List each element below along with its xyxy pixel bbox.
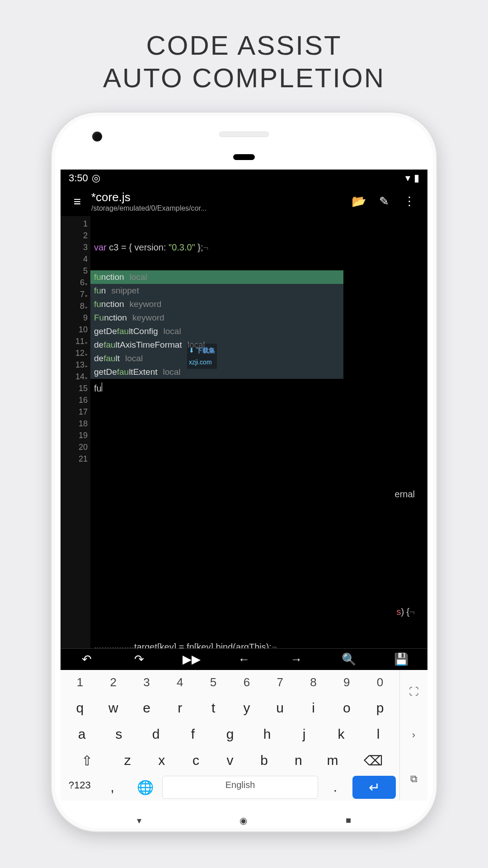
- menu-icon[interactable]: ≡: [66, 194, 89, 209]
- key-m[interactable]: m: [316, 749, 349, 772]
- dnd-icon: ◎: [92, 172, 100, 184]
- key-4[interactable]: 4: [164, 672, 196, 693]
- forward-icon[interactable]: →: [270, 652, 323, 666]
- edit-icon[interactable]: ✎: [371, 194, 397, 208]
- watermark: ⬇ 下载集xzji.com: [187, 344, 217, 369]
- status-bar: 3:50 ◎ ▾ ▮: [61, 170, 427, 187]
- chevron-right-icon[interactable]: ›: [412, 729, 415, 741]
- phone-frame: 3:50 ◎ ▾ ▮ ≡ *core.js /storage/emulated/…: [52, 113, 436, 831]
- autocomplete-item[interactable]: functionkeyword: [90, 297, 343, 311]
- shift-key[interactable]: ⇧: [64, 749, 109, 772]
- key-o[interactable]: o: [331, 697, 362, 719]
- search-icon[interactable]: 🔍: [323, 652, 375, 666]
- key-c[interactable]: c: [180, 749, 212, 772]
- keyboard[interactable]: 1234567890 qwertyuiop asdfghjkl ⇧ zxcvbn…: [61, 670, 427, 801]
- key-5[interactable]: 5: [197, 672, 229, 693]
- wifi-icon: ▾: [405, 172, 410, 184]
- autocomplete-item[interactable]: defaultlocal: [90, 352, 343, 365]
- nav-recent-icon[interactable]: ■: [346, 815, 351, 826]
- key-7[interactable]: 7: [264, 672, 296, 693]
- undo-icon[interactable]: ↶: [61, 652, 113, 666]
- key-d[interactable]: d: [138, 723, 174, 745]
- key-n[interactable]: n: [282, 749, 314, 772]
- symbols-key[interactable]: ?123: [64, 776, 95, 799]
- back-icon[interactable]: ←: [218, 652, 270, 666]
- promo-header: CODE ASSIST AUTO COMPLETION: [0, 0, 488, 113]
- key-u[interactable]: u: [264, 697, 296, 719]
- nav-home-icon[interactable]: ◉: [239, 815, 247, 826]
- autocomplete-item[interactable]: getDefaultExtentlocal: [90, 365, 343, 379]
- key-i[interactable]: i: [298, 697, 329, 719]
- key-6[interactable]: 6: [231, 672, 263, 693]
- promo-line-2: AUTO COMPLETION: [0, 62, 488, 94]
- key-l[interactable]: l: [361, 723, 396, 745]
- autocomplete-item[interactable]: funsnippet: [90, 284, 343, 297]
- key-0[interactable]: 0: [364, 672, 396, 693]
- key-v[interactable]: v: [214, 749, 246, 772]
- autocomplete-item[interactable]: getDefaultConfiglocal: [90, 325, 343, 338]
- android-nav: ▾ ◉ ■: [52, 815, 436, 826]
- key-p[interactable]: p: [364, 697, 396, 719]
- autocomplete-item[interactable]: defaultAxisTimeFormatlocal: [90, 338, 343, 352]
- autocomplete-item[interactable]: Functionkeyword: [90, 311, 343, 325]
- redo-icon[interactable]: ↷: [113, 652, 165, 666]
- popout-icon[interactable]: ⧉: [410, 773, 418, 785]
- key-x[interactable]: x: [145, 749, 178, 772]
- overflow-icon[interactable]: ⋮: [397, 194, 422, 208]
- file-name: *core.js: [91, 190, 346, 204]
- folder-open-icon[interactable]: 📂: [346, 194, 371, 208]
- comma-key[interactable]: ,: [97, 776, 127, 799]
- backspace-key[interactable]: ⌫: [351, 749, 396, 772]
- key-a[interactable]: a: [64, 723, 99, 745]
- app-bar: ≡ *core.js /storage/emulated/0/Examples/…: [61, 187, 427, 216]
- key-f[interactable]: f: [175, 723, 211, 745]
- sensor-pill: [233, 154, 255, 160]
- enter-key[interactable]: ↵: [352, 776, 396, 799]
- autocomplete-popup[interactable]: functionlocalfunsnippetfunctionkeywordFu…: [90, 270, 343, 379]
- autocomplete-item[interactable]: functionlocal: [90, 270, 343, 284]
- code-editor[interactable]: 123456789101112131415161718192021 var c3…: [61, 216, 427, 648]
- key-9[interactable]: 9: [331, 672, 362, 693]
- globe-key[interactable]: 🌐: [130, 776, 160, 799]
- key-3[interactable]: 3: [131, 672, 163, 693]
- key-k[interactable]: k: [324, 723, 359, 745]
- space-key[interactable]: English: [162, 776, 318, 799]
- key-y[interactable]: y: [231, 697, 263, 719]
- key-r[interactable]: r: [164, 697, 196, 719]
- editor-toolbar: ↶ ↷ ▶▶ ← → 🔍 💾: [61, 648, 427, 670]
- file-path: /storage/emulated/0/Examples/cor...: [91, 204, 346, 212]
- key-b[interactable]: b: [248, 749, 281, 772]
- promo-line-1: CODE ASSIST: [0, 29, 488, 62]
- gutter: 123456789101112131415161718192021: [61, 216, 90, 648]
- fast-forward-icon[interactable]: ▶▶: [165, 652, 218, 666]
- save-icon[interactable]: 💾: [375, 652, 427, 666]
- key-1[interactable]: 1: [64, 672, 96, 693]
- key-8[interactable]: 8: [298, 672, 329, 693]
- key-2[interactable]: 2: [98, 672, 129, 693]
- camera-dot: [92, 132, 102, 142]
- key-q[interactable]: q: [64, 697, 96, 719]
- key-g[interactable]: g: [212, 723, 248, 745]
- nav-back-icon[interactable]: ▾: [137, 815, 141, 826]
- key-z[interactable]: z: [111, 749, 144, 772]
- expand-icon[interactable]: ⛶: [409, 686, 419, 698]
- key-t[interactable]: t: [197, 697, 229, 719]
- speaker-slot: [219, 132, 269, 137]
- screen: 3:50 ◎ ▾ ▮ ≡ *core.js /storage/emulated/…: [61, 170, 427, 801]
- period-key[interactable]: .: [320, 776, 351, 799]
- key-e[interactable]: e: [131, 697, 163, 719]
- key-w[interactable]: w: [98, 697, 129, 719]
- key-s[interactable]: s: [101, 723, 136, 745]
- key-h[interactable]: h: [249, 723, 285, 745]
- battery-icon: ▮: [414, 172, 419, 184]
- status-time: 3:50: [69, 172, 88, 184]
- key-j[interactable]: j: [286, 723, 322, 745]
